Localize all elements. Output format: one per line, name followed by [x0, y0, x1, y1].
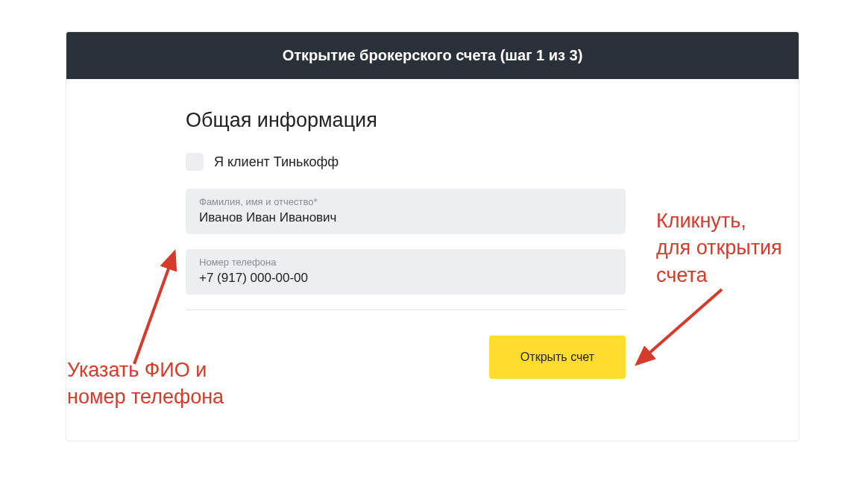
- phone-label: Номер телефона: [199, 257, 612, 268]
- section-title: Общая информация: [186, 109, 679, 132]
- fullname-input[interactable]: [199, 210, 612, 225]
- client-checkbox-row[interactable]: Я клиент Тинькофф: [186, 153, 679, 171]
- phone-input[interactable]: [199, 271, 612, 286]
- fullname-field[interactable]: Фамилия, имя и отчество*: [186, 189, 626, 234]
- phone-field[interactable]: Номер телефона: [186, 249, 626, 295]
- fullname-label: Фамилия, имя и отчество*: [199, 196, 612, 207]
- checkbox-icon[interactable]: [186, 153, 204, 171]
- divider: [186, 310, 626, 310]
- card-header: Открытие брокерского счета (шаг 1 из 3): [66, 32, 799, 79]
- header-title: Открытие брокерского счета (шаг 1 из 3): [283, 47, 583, 63]
- annotation-right: Кликнуть, для открытия счета: [656, 207, 782, 289]
- annotation-right-text: Кликнуть, для открытия счета: [656, 210, 782, 286]
- button-label: Открыть счет: [521, 351, 594, 363]
- button-row: Открыть счет: [186, 336, 626, 379]
- checkbox-label: Я клиент Тинькофф: [214, 154, 339, 170]
- annotation-left-text: Указать ФИО и номер телефона: [67, 359, 224, 408]
- open-account-button[interactable]: Открыть счет: [489, 336, 626, 379]
- annotation-left: Указать ФИО и номер телефона: [67, 356, 224, 411]
